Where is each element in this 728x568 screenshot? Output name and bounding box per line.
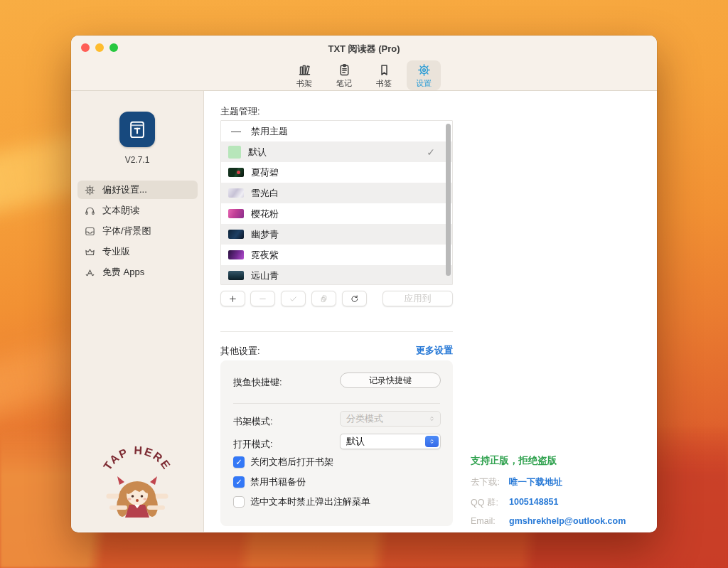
theme-row[interactable]: 霓夜紫: [221, 245, 452, 265]
checkbox-label: 关闭文档后打开书架: [250, 456, 333, 468]
sidebar-item-文本朗读[interactable]: 文本朗读: [77, 201, 198, 220]
support-row-link[interactable]: 唯一下载地址: [509, 476, 562, 488]
theme-swatch-dream: [228, 230, 244, 239]
sidebar-item-label: 字体/背景图: [102, 225, 151, 237]
scrollbar-track: [445, 122, 451, 285]
theme-swatch-dash: —: [228, 127, 244, 136]
support-row-link[interactable]: 1005148851: [509, 497, 559, 509]
section-divider: [220, 331, 453, 332]
bookshelf-icon: [297, 63, 312, 77]
toolbar-tab-label: 笔记: [336, 78, 352, 89]
toolbar-tab-设置[interactable]: 设置: [407, 60, 441, 90]
chibi-girl-illustration: [109, 476, 166, 518]
checkbox-row[interactable]: 选中文本时禁止弹出注解菜单: [233, 495, 370, 509]
checkbox[interactable]: ✓: [233, 456, 245, 468]
settings-content: 主题管理: —禁用主题默认✓夏荷碧雪光白樱花粉幽梦青霓夜紫远山青 应用到 其他设…: [204, 91, 657, 532]
minus-icon: [258, 294, 267, 304]
titlebar[interactable]: TXT 阅读器 (Pro): [71, 36, 657, 60]
scrollbar-thumb[interactable]: [446, 124, 451, 276]
sidebar-item-免费 Apps[interactable]: 免费 Apps: [77, 263, 198, 282]
copy-icon: [319, 294, 328, 304]
support-row: 去下载:唯一下载地址: [471, 476, 562, 488]
stepper-chevrons-icon: [425, 436, 439, 447]
confirm-theme-button[interactable]: [281, 291, 306, 306]
theme-row[interactable]: 默认✓: [221, 141, 452, 162]
theme-list: —禁用主题默认✓夏荷碧雪光白樱花粉幽梦青霓夜紫远山青: [220, 120, 453, 285]
image-icon: [84, 225, 96, 237]
support-headline: 支持正版，拒绝盗版: [471, 454, 648, 467]
duplicate-theme-button[interactable]: [311, 291, 336, 306]
theme-row[interactable]: 夏荷碧: [221, 162, 452, 183]
theme-name: 幽梦青: [251, 228, 279, 241]
theme-row[interactable]: 幽梦青: [221, 224, 452, 245]
checkbox-label: 选中文本时禁止弹出注解菜单: [250, 495, 370, 508]
theme-name: 默认: [248, 146, 267, 159]
gear-icon: [417, 63, 432, 77]
toolbar-tab-label: 书签: [376, 78, 392, 89]
book-logo-icon: [126, 118, 149, 141]
app-icon: [119, 112, 155, 147]
checkbox[interactable]: ✓: [233, 476, 245, 488]
sidebar-item-label: 偏好设置...: [102, 183, 147, 196]
panel-divider: [233, 403, 440, 404]
apps-icon: [84, 267, 96, 279]
more-settings-link[interactable]: 更多设置: [220, 344, 453, 357]
theme-section-label: 主题管理:: [220, 105, 260, 118]
sidebar-item-字体/背景图[interactable]: 字体/背景图: [77, 222, 198, 240]
toolbar: 书架笔记书签设置: [71, 60, 657, 91]
support-row: QQ 群:1005148851: [471, 497, 559, 509]
refresh-icon: [350, 294, 359, 304]
refresh-themes-button[interactable]: [342, 291, 367, 306]
checkbox-row[interactable]: ✓禁用书籍备份: [233, 475, 306, 489]
mode-select-shelf[interactable]: 分类模式: [340, 411, 441, 427]
record-shortcut-button[interactable]: 记录快捷键: [340, 373, 441, 388]
add-theme-button[interactable]: [220, 291, 245, 306]
headphones-icon: [84, 205, 96, 217]
theme-name: 远山青: [251, 269, 279, 282]
apply-theme-button[interactable]: 应用到: [382, 291, 453, 306]
svg-text:TAP HERE: TAP HERE: [101, 444, 173, 472]
mode-select-open[interactable]: 默认: [340, 434, 441, 449]
remove-theme-button[interactable]: [250, 291, 275, 306]
window-chrome: TXT 阅读器 (Pro) 书架笔记书签设置: [71, 36, 657, 91]
support-row: Email:gmshrekhelp@outlook.com: [471, 516, 626, 526]
support-row-link[interactable]: gmshrekhelp@outlook.com: [509, 516, 626, 526]
checkbox-row[interactable]: ✓关闭文档后打开书架: [233, 455, 333, 469]
theme-swatch-lotus: [228, 168, 244, 177]
check-icon: [289, 294, 298, 304]
theme-row[interactable]: —禁用主题: [221, 121, 452, 141]
toolbar-tab-label: 书架: [296, 78, 312, 89]
toolbar-tab-笔记[interactable]: 笔记: [327, 60, 361, 90]
toolbar-tab-书架[interactable]: 书架: [287, 60, 321, 90]
theme-name: 禁用主题: [251, 125, 288, 138]
theme-row[interactable]: 雪光白: [221, 183, 452, 203]
gear-icon: [84, 184, 96, 196]
theme-swatch-sakura: [228, 209, 244, 218]
support-row-label: 去下载:: [471, 476, 509, 488]
support-row-label: QQ 群:: [471, 497, 509, 509]
theme-swatch-mountain: [228, 271, 244, 280]
app-version: V2.7.1: [71, 155, 203, 165]
sidebar-item-label: 专业版: [102, 245, 130, 258]
app-window: TXT 阅读器 (Pro) 书架笔记书签设置 V2.7.1 偏好设置...文本朗…: [71, 36, 657, 532]
theme-row[interactable]: 远山青: [221, 265, 452, 285]
theme-name: 雪光白: [251, 187, 279, 200]
sidebar-nav: 偏好设置...文本朗读字体/背景图专业版免费 Apps: [77, 181, 198, 284]
selected-check-icon: ✓: [427, 146, 435, 158]
toolbar-tab-书签[interactable]: 书签: [367, 60, 401, 90]
select-value: 分类模式: [346, 412, 383, 425]
sidebar-item-label: 免费 Apps: [102, 266, 144, 279]
tap-here-mascot[interactable]: TAP HERE: [93, 435, 181, 523]
sidebar-item-专业版[interactable]: 专业版: [77, 242, 198, 261]
select-value: 默认: [346, 435, 365, 448]
toolbar-tab-label: 设置: [416, 78, 432, 89]
sidebar-item-label: 文本朗读: [102, 204, 139, 217]
mode-label: 书架模式:: [233, 415, 273, 428]
checkbox[interactable]: [233, 496, 245, 508]
support-block: 支持正版，拒绝盗版: [471, 454, 648, 467]
theme-row[interactable]: 樱花粉: [221, 203, 452, 224]
sidebar-item-偏好设置...[interactable]: 偏好设置...: [77, 181, 198, 199]
theme-name: 樱花粉: [251, 208, 279, 220]
notes-icon: [337, 63, 352, 77]
sidebar: V2.7.1 偏好设置...文本朗读字体/背景图专业版免费 Apps TAP H…: [71, 91, 204, 532]
